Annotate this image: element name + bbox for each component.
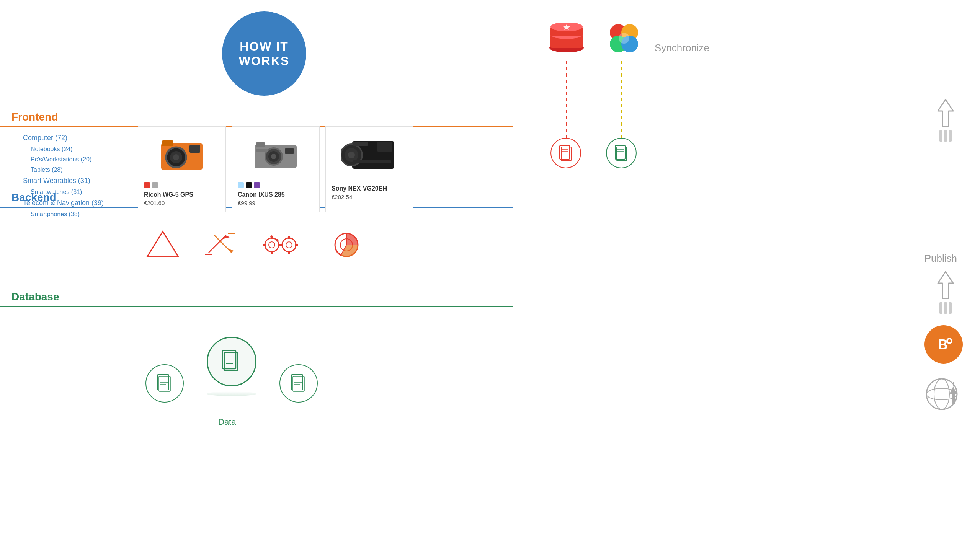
svg-rect-87 [949,302,952,314]
product-card-sony[interactable]: Sony NEX-VG20EH €202.54 [325,126,413,212]
redis-logo [547,23,586,55]
upload-arrows-svg [930,96,961,145]
data-label: Data [218,417,236,427]
sync-upload-arrows [930,96,961,147]
ricoh-swatches [144,182,220,188]
swatch-black [246,182,252,188]
ricoh-price: €201.60 [144,200,220,206]
svg-rect-63 [288,236,290,239]
arrows-icon [203,230,237,260]
gear-icon [260,230,306,260]
data-doc-icon-left [155,374,174,393]
sony-image [332,132,407,178]
redis-dashed-line [566,61,567,138]
pyramid-icon [145,230,180,260]
colorful-logo [605,21,643,57]
data-doc-left [145,364,184,403]
ricoh-name: Ricoh WG-5 GPS [144,191,220,198]
svg-rect-86 [944,302,947,314]
publish-arrows-svg [930,268,961,318]
doc-circle-redis [550,138,581,168]
canon-name: Canon IXUS 285 [238,191,314,198]
swatch-lightblue [238,182,244,188]
svg-rect-18 [377,142,392,152]
svg-point-4 [173,154,179,160]
svg-rect-65 [280,244,283,246]
svg-rect-5 [189,145,200,153]
svg-point-92 [934,379,949,409]
svg-rect-56 [271,251,273,254]
globe-svg [923,375,965,417]
svg-point-90 [948,339,951,342]
synchronize-label: Synchronize [655,42,709,54]
how-it-works-text: HOW ITWORKS [239,39,290,68]
product-card-ricoh[interactable]: Ricoh WG-5 GPS €201.60 [138,126,226,212]
canon-camera-svg [253,137,299,174]
svg-marker-84 [938,272,953,298]
svg-point-16 [348,152,355,158]
category-wearables[interactable]: Smart Wearables (31) [23,175,126,187]
category-pcs[interactable]: Pc's/Workstations (20) [23,154,126,165]
sony-camera-svg [341,137,398,174]
doc-icon-redis [557,145,574,161]
svg-rect-11 [285,148,294,154]
svg-rect-19 [353,160,391,163]
svg-point-31 [619,33,629,44]
swatch-purple [254,182,260,188]
category-smartwatches[interactable]: Smartwatches (31) [23,187,126,197]
category-smartphones[interactable]: Smartphones (38) [23,209,126,219]
svg-marker-46 [147,231,178,256]
data-doc-icon-center [219,349,244,374]
svg-rect-85 [939,302,942,314]
green-dashed-line [230,212,230,339]
product-card-canon[interactable]: Canon IXUS 285 €99.99 [232,126,320,212]
doc-circle-colorful [606,138,637,168]
svg-rect-45 [949,130,952,142]
bitbucket-svg: B [933,334,954,355]
publish-upload-arrows [930,268,961,319]
database-line [0,306,513,307]
pie-icon [329,230,364,260]
svg-rect-44 [944,130,947,142]
data-section [145,337,318,399]
svg-point-61 [282,238,296,252]
colorful-dashed-line [621,61,622,138]
category-computer[interactable]: Computer (72) [23,132,126,144]
publish-label: Publish [924,253,957,264]
svg-rect-17 [353,142,368,146]
data-doc-center [207,337,256,399]
canon-image [238,132,314,178]
swatch-red [144,182,150,188]
svg-rect-1 [162,140,173,146]
ricoh-image [144,132,220,178]
category-sidebar: Computer (72) Notebooks (24) Pc's/Workst… [23,132,126,219]
sony-price: €202.54 [332,194,407,200]
backend-icons-area [145,230,364,260]
svg-rect-7 [256,142,265,147]
globe-icon [923,375,965,419]
svg-point-10 [271,154,276,159]
frontend-label: Frontend [11,111,58,123]
bitbucket-icon: B [924,325,963,364]
category-notebooks[interactable]: Notebooks (24) [23,144,126,154]
svg-rect-66 [295,244,298,246]
svg-rect-64 [288,251,290,254]
canon-price: €99.99 [238,200,314,206]
category-telecom[interactable]: Telecom & Navigation (39) [23,197,126,209]
category-tablets[interactable]: Tablets (28) [23,165,126,175]
canon-swatches [238,182,314,188]
svg-rect-57 [263,244,266,246]
svg-marker-42 [938,99,953,126]
svg-point-62 [286,242,292,248]
doc-icon-colorful [613,145,630,161]
data-doc-icon-right [289,374,308,393]
svg-point-54 [269,242,275,248]
svg-rect-43 [939,130,942,142]
swatch-gray [152,182,158,188]
ricoh-camera-svg [159,137,205,174]
products-area: Ricoh WG-5 GPS €201.60 Canon IXUS 285 €9… [138,126,413,212]
redis-icon [547,23,586,54]
database-label: Database [11,291,59,303]
sony-name: Sony NEX-VG20EH [332,185,407,192]
svg-text:B: B [938,337,948,352]
